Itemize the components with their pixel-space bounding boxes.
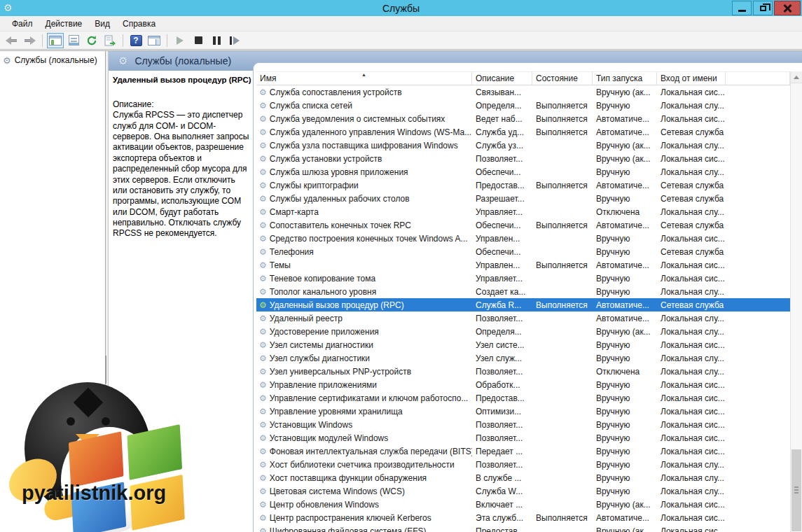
table-row[interactable]: ⚙Управление приложениямиОбработк...Вручн… (256, 378, 790, 391)
cell-name: ⚙Управление уровнями хранилища (256, 407, 472, 416)
cell-logon: Локальная сис... (657, 274, 726, 284)
minimize-button[interactable] (732, 1, 752, 15)
cell-status: Выполняется (532, 181, 593, 190)
tree-item-services-local[interactable]: ⚙ Службы (локальные) (0, 51, 105, 68)
table-row[interactable]: ⚙Центр распространения ключей KerberosЭт… (256, 511, 790, 524)
scroll-up-button[interactable] (791, 71, 802, 83)
column-header-logon-as[interactable]: Вход от имени (657, 71, 726, 85)
table-row[interactable]: ⚙ТелефонияОбеспечи...ВручнуюСетевая служ… (256, 245, 790, 258)
table-row[interactable]: ⚙Теневое копирование томаУправляет...Вру… (256, 272, 790, 285)
start-service-button[interactable] (172, 33, 188, 48)
table-row[interactable]: ⚙Узел системы диагностикиУзел систе...Вр… (256, 338, 790, 351)
cell-startup: Автоматиче... (593, 300, 657, 310)
table-row[interactable]: ⚙Служба шлюза уровня приложенияОбеспечи.… (256, 165, 790, 178)
table-row[interactable]: ⚙Управление сертификатами и ключом работ… (256, 391, 790, 405)
cell-desc: Создает ка... (472, 287, 532, 297)
cell-name: ⚙Служба сопоставления устройств (256, 88, 472, 97)
cell-desc: Управлен... (472, 260, 532, 270)
cell-logon: Локальная слу... (657, 141, 726, 150)
cell-startup: Вручную (593, 486, 657, 496)
table-row[interactable]: ⚙Фоновая интеллектуальная служба передач… (256, 444, 790, 458)
cell-name: ⚙Служба уведомления о системных событиях (256, 114, 472, 124)
scroll-up-icon (794, 76, 799, 79)
export-list-button[interactable] (102, 33, 118, 48)
table-row[interactable]: ⚙Службы криптографииПредостав...Выполняе… (256, 178, 790, 192)
cell-logon: Локальная сис... (657, 114, 726, 124)
show-console-tree-button[interactable] (47, 33, 64, 48)
table-row[interactable]: ⚙Шифрованная файловая система (EFS)Предо… (256, 524, 790, 532)
table-row[interactable]: ⚙Служба узла поставщика шифрования Windo… (256, 139, 790, 152)
cell-startup: Автоматиче... (593, 127, 657, 137)
table-row[interactable]: ⚙Службы удаленных рабочих столовРазрешае… (256, 192, 790, 205)
table-row[interactable]: ⚙Служба уведомления о системных событиях… (256, 112, 790, 125)
table-row[interactable]: ⚙Установщик модулей WindowsПозволяет...В… (256, 431, 790, 444)
table-row[interactable]: ⚙Служба сопоставления устройствСвязыван.… (256, 85, 790, 99)
properties-button[interactable] (65, 33, 82, 48)
restore-icon (760, 6, 766, 11)
close-button[interactable] (774, 1, 801, 15)
cell-startup: Автоматиче... (593, 260, 657, 270)
table-row[interactable]: ⚙Удаленный реестрПозволяет...Автоматиче.… (256, 312, 790, 325)
show-action-pane-button[interactable] (146, 33, 163, 48)
window-title: Службы (0, 3, 802, 14)
service-name: Хост поставщика функции обнаружения (270, 473, 427, 483)
table-row[interactable]: ⚙Служба удаленного управления Windows (W… (256, 125, 790, 139)
column-header-filler (726, 71, 790, 85)
column-header-startup-type[interactable]: Тип запуска (593, 71, 657, 85)
table-row[interactable]: ⚙ТемыУправлен...ВыполняетсяАвтоматиче...… (256, 258, 790, 272)
services-app-icon: ⚙ (4, 2, 13, 13)
service-name: Темы (270, 260, 291, 270)
cell-desc: Определя... (472, 101, 532, 111)
menu-view[interactable]: Вид (88, 17, 116, 31)
table-row[interactable]: ⚙Служба списка сетейОпределя...Выполняет… (256, 99, 790, 112)
table-row[interactable]: ⚙Тополог канального уровняСоздает ка...В… (256, 285, 790, 298)
menu-action[interactable]: Действие (39, 17, 89, 31)
menu-help[interactable]: Справка (116, 17, 162, 31)
cell-logon: Локальная сис... (657, 407, 726, 416)
cell-desc: Предостав... (472, 393, 532, 403)
table-row[interactable]: ⚙Цветовая система Windows (WCS)Служба W.… (256, 484, 790, 498)
table-row[interactable]: ⚙Удостоверение приложенияОпределя...Вруч… (256, 325, 790, 338)
refresh-button[interactable] (83, 33, 100, 48)
table-row[interactable]: ⚙Управление уровнями хранилищаОптимизи..… (256, 405, 790, 418)
table-row[interactable]: ⚙Узел универсальных PNP-устройствПозволя… (256, 365, 790, 378)
table-row[interactable]: ⚙Удаленный вызов процедур (RPC)Служба R.… (256, 298, 790, 312)
service-gear-icon: ⚙ (259, 434, 267, 442)
service-name: Удаленный реестр (270, 314, 343, 323)
stop-service-button[interactable] (190, 33, 207, 48)
table-row[interactable]: ⚙Узел службы диагностикиУзел служ...Вруч… (256, 351, 790, 365)
restart-service-button[interactable] (226, 33, 243, 48)
column-header-description[interactable]: Описание (472, 71, 532, 85)
back-button[interactable] (3, 33, 20, 48)
cell-startup: Вручную (593, 420, 657, 430)
restore-button[interactable] (753, 1, 773, 15)
service-name: Смарт-карта (270, 207, 319, 217)
sort-ascending-icon: ▲ (361, 72, 366, 77)
table-row[interactable]: ⚙Установщик WindowsПозволяет...ВручнуюЛо… (256, 418, 790, 431)
cell-desc: Служба уд... (472, 127, 532, 137)
table-row[interactable]: ⚙Хост поставщика функции обнаруженияВ сл… (256, 471, 790, 484)
table-row[interactable]: ⚙Хост библиотеки счетчика производительн… (256, 458, 790, 471)
menu-file[interactable]: Файл (6, 17, 39, 31)
service-gear-icon: ⚙ (259, 288, 267, 296)
cell-name: ⚙Служба установки устройств (256, 154, 472, 164)
table-row[interactable]: ⚙Средство построения конечных точек Wind… (256, 232, 790, 245)
table-row[interactable]: ⚙Смарт-картаУправляет...ОтключенаЛокальн… (256, 205, 790, 218)
scrollbar-thumb[interactable] (791, 449, 801, 531)
table-row[interactable]: ⚙Сопоставитель конечных точек RPCОбеспеч… (256, 218, 790, 232)
cell-logon: Локальная сис... (657, 513, 726, 523)
column-header-status[interactable]: Состояние (532, 71, 593, 85)
pause-service-button[interactable] (208, 33, 225, 48)
service-gear-icon: ⚙ (259, 407, 267, 416)
help-button[interactable]: ? (127, 33, 144, 48)
table-row[interactable]: ⚙Центр обновления WindowsВключает ...Вру… (256, 498, 790, 511)
cell-status: Выполняется (532, 300, 593, 310)
forward-button[interactable] (21, 33, 38, 48)
cell-startup: Вручную (593, 407, 657, 416)
pane-header-title: Службы (локальные) (134, 55, 231, 66)
table-row[interactable]: ⚙Служба установки устройствПозволяет...В… (256, 152, 790, 165)
cell-desc: Связыван... (472, 88, 532, 97)
cell-name: ⚙Служба списка сетей (256, 101, 472, 111)
vertical-scrollbar[interactable] (790, 71, 802, 532)
start-service-icon (177, 36, 184, 45)
